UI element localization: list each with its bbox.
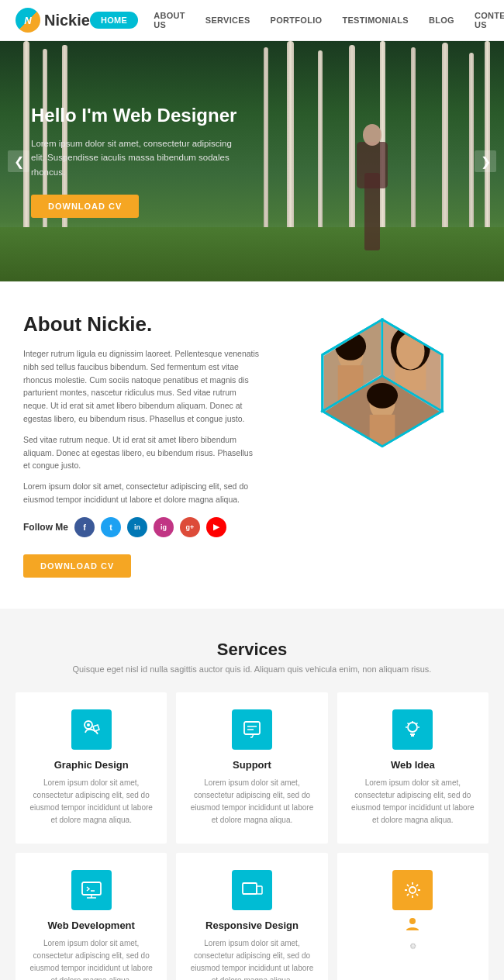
instagram-icon[interactable]: ig [154, 517, 174, 537]
svg-rect-28 [82, 882, 101, 895]
nav-contact[interactable]: CONTECT US [470, 8, 504, 33]
service-card-graphic: Graphic Design Lorem ipsum dolor sit ame… [16, 692, 167, 844]
services-section: Services Quisque eget nisl id nulla sagi… [0, 609, 504, 980]
follow-row: Follow Me f t in ig g+ ▶ [23, 517, 260, 537]
web-idea-name: Web Idea [350, 759, 476, 771]
nav-blog[interactable]: BLOG [424, 12, 459, 28]
hex-cube [305, 312, 460, 468]
twitter-icon[interactable]: t [101, 517, 121, 537]
web-development-icon [71, 870, 112, 910]
services-title: Services [16, 640, 488, 660]
service-card-webdev: Web Development Lorem ipsum dolor sit am… [16, 853, 167, 980]
support-name: Support [188, 759, 315, 771]
graphic-design-icon [71, 709, 112, 750]
about-para-3: Lorem ipsum dolor sit amet, consectetur … [23, 480, 260, 506]
nav-links: HOME ABOUT US SERVICES PORTFOLIO TESTIMO… [90, 8, 504, 33]
responsive-design-icon [232, 870, 272, 910]
svg-point-11 [396, 333, 424, 369]
svg-point-27 [408, 723, 417, 732]
nav-services[interactable]: SERVICES [201, 12, 255, 28]
youtube-icon[interactable]: ▶ [206, 517, 226, 537]
about-para-2: Sed vitae rutrum neque. Ut id erat sit a… [23, 433, 260, 472]
facebook-icon[interactable]: f [74, 517, 95, 537]
nav-testimonials[interactable]: TESTIMONIALS [337, 12, 413, 28]
google-plus-icon[interactable]: g+ [180, 517, 200, 537]
graphic-design-name: Graphic Design [28, 759, 154, 771]
svg-point-32 [409, 918, 416, 924]
responsive-design-name: Responsive Design [188, 920, 315, 931]
nav-portfolio[interactable]: PORTFOLIO [266, 12, 327, 28]
hero-download-btn[interactable]: DOWNLOAD CV [31, 195, 139, 218]
web-development-name: Web Development [28, 920, 154, 931]
services-header: Services Quisque eget nisl id nulla sagi… [16, 640, 488, 674]
hero-subtitle: Lorem ipsum dolor sit amet, consectetur … [31, 136, 247, 179]
web-idea-desc: Lorem ipsum dolor sit amet, consectetur … [350, 777, 476, 826]
settings-icon [392, 870, 433, 910]
about-title: About Nickie. [23, 312, 260, 336]
service-card-support: Support Lorem ipsum dolor sit amet, cons… [176, 692, 327, 844]
logo-text: Nickie [44, 12, 90, 29]
settings-name: ⚙ [350, 942, 476, 951]
services-grid: Graphic Design Lorem ipsum dolor sit ame… [16, 692, 488, 980]
about-para-1: Integer rutrum ligula eu dignissim laore… [23, 347, 260, 426]
about-download-btn[interactable]: DOWNLOAD CV [23, 554, 131, 578]
linkedin-icon[interactable]: in [127, 517, 147, 537]
nav-home[interactable]: HOME [90, 12, 138, 29]
service-card-webidea: Web Idea Lorem ipsum dolor sit amet, con… [337, 692, 488, 844]
web-development-desc: Lorem ipsum dolor sit amet, consectetur … [28, 937, 154, 980]
graphic-design-desc: Lorem ipsum dolor sit amet, consectetur … [28, 777, 154, 826]
logo-icon: N [16, 8, 40, 33]
nav-about[interactable]: ABOUT US [149, 8, 190, 33]
hero-section: .tree { position: absolute; bottom: 0; b… [0, 41, 504, 281]
svg-point-31 [409, 887, 416, 893]
hero-content: Hello I'm Web Designer Lorem ipsum dolor… [0, 81, 278, 241]
services-subtitle: Quisque eget nisl id nulla sagittis auct… [16, 664, 488, 674]
hero-title: Hello I'm Web Designer [31, 105, 247, 127]
support-desc: Lorem ipsum dolor sit amet, consectetur … [188, 777, 315, 826]
follow-label: Follow Me [23, 522, 68, 533]
navbar: N Nickie HOME ABOUT US SERVICES PORTFOLI… [0, 0, 504, 41]
svg-rect-26 [244, 722, 260, 734]
hero-prev-arrow[interactable]: ❮ [8, 150, 29, 172]
logo[interactable]: N Nickie [16, 8, 90, 33]
service-card-responsive: Responsive Design Lorem ipsum dolor sit … [176, 853, 327, 980]
svg-rect-30 [257, 886, 262, 894]
svg-point-25 [87, 723, 90, 726]
service-card-settings: ⚙ [337, 853, 488, 980]
responsive-design-desc: Lorem ipsum dolor sit amet, consectetur … [188, 937, 315, 980]
svg-point-19 [367, 383, 398, 409]
web-idea-icon [392, 709, 433, 750]
about-image [283, 312, 481, 468]
about-section: About Nickie. Integer rutrum ligula eu d… [0, 281, 504, 609]
settings-person-icon [350, 916, 476, 936]
svg-rect-29 [243, 883, 257, 894]
support-icon [232, 709, 272, 750]
hero-next-arrow[interactable]: ❯ [475, 150, 496, 172]
about-text: About Nickie. Integer rutrum ligula eu d… [23, 312, 260, 578]
